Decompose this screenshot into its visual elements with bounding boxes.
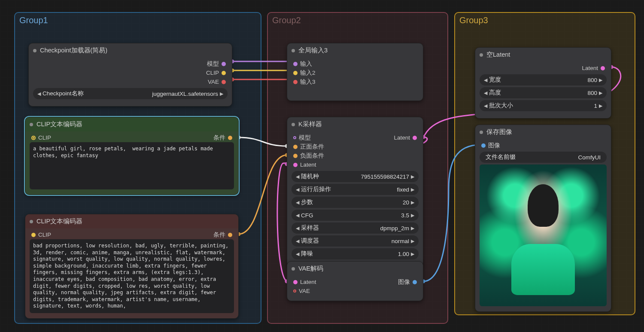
group-3-label: Group3 <box>455 15 635 28</box>
output-latent[interactable]: Latent <box>394 134 417 141</box>
negative-prompt-textarea[interactable]: bad proportions, low resolution, bad, ug… <box>30 239 234 313</box>
group-1-label: Group1 <box>15 15 261 28</box>
chevron-right-icon[interactable]: ▶ <box>220 91 223 97</box>
width-widget[interactable]: ◀宽度800▶ <box>480 74 607 85</box>
chevron-left-icon[interactable]: ◀ <box>37 91 41 97</box>
scheduler-widget[interactable]: ◀调度器normal▶ <box>292 235 419 247</box>
filename-prefix-widget[interactable]: 文件名前缀 ComfyUI <box>480 152 607 163</box>
seed-widget[interactable]: ◀随机种795155598824217▶ <box>292 171 419 182</box>
steps-widget[interactable]: ◀步数20▶ <box>292 197 419 208</box>
node-clip-text-encode-negative[interactable]: CLIP文本编码器 CLIP 条件 bad proportions, low r… <box>25 214 239 319</box>
node-global-input[interactable]: 全局输入3 输入 输入2 输入3 <box>287 43 423 101</box>
input-latent[interactable]: Latent <box>293 279 316 285</box>
output-image-preview[interactable] <box>480 164 607 306</box>
checkpoint-selector[interactable]: ◀ Checkpoint名称 juggernautXL.safetensors … <box>33 88 228 99</box>
input-latent[interactable]: Latent <box>293 161 316 168</box>
node-title: 保存图像 <box>475 125 611 139</box>
input-clip[interactable]: CLIP <box>31 134 51 141</box>
output-vae[interactable]: VAE <box>208 79 226 85</box>
node-clip-text-encode-positive[interactable]: CLIP文本编码器 CLIP 条件 a beautiful girl, rose… <box>25 117 239 195</box>
positive-prompt-textarea[interactable]: a beautiful girl, rose petals, wearing a… <box>30 142 234 189</box>
output-model[interactable]: 模型 <box>207 60 226 68</box>
input-clip[interactable]: CLIP <box>31 231 51 238</box>
node-title: CLIP文本编码器 <box>25 214 238 228</box>
input-negative[interactable]: 负面条件 <box>293 152 324 160</box>
input-positive[interactable]: 正面条件 <box>293 143 324 151</box>
sampler-widget[interactable]: ◀采样器dpmpp_2m▶ <box>292 222 419 234</box>
node-title: VAE解码 <box>287 262 423 276</box>
output-image[interactable]: 图像 <box>398 278 417 286</box>
input-model[interactable]: 模型 <box>293 134 311 142</box>
input-3[interactable]: 输入3 <box>293 78 316 86</box>
output-latent[interactable]: Latent <box>582 65 605 71</box>
input-2[interactable]: 输入2 <box>293 69 316 77</box>
node-title: CLIP文本编码器 <box>25 117 238 131</box>
node-save-image[interactable]: 保存图像 图像 文件名前缀 ComfyUI <box>475 125 611 312</box>
output-clip[interactable]: CLIP <box>206 70 226 76</box>
output-conditioning[interactable]: 条件 <box>213 231 232 239</box>
node-empty-latent[interactable]: 空Latent Latent ◀宽度800▶ ◀高度800▶ ◀批次大小1▶ <box>475 47 611 119</box>
after-generate-widget[interactable]: ◀运行后操作fixed▶ <box>292 184 419 195</box>
input-image[interactable]: 图像 <box>481 142 500 149</box>
output-conditioning[interactable]: 条件 <box>213 134 232 142</box>
node-title: 全局输入3 <box>287 43 423 58</box>
input-vae[interactable]: VAE <box>293 288 310 294</box>
node-title: 空Latent <box>475 48 611 62</box>
denoise-widget[interactable]: ◀降噪1.00▶ <box>292 248 419 259</box>
input-1[interactable]: 输入 <box>293 60 312 68</box>
node-title: Checkpoint加载器(简易) <box>29 43 232 58</box>
node-checkpoint-loader[interactable]: Checkpoint加载器(简易) 模型 CLIP VAE ◀ Checkpoi… <box>28 43 232 107</box>
node-title: K采样器 <box>287 117 423 131</box>
group-2-label: Group2 <box>268 15 447 28</box>
node-vae-decode[interactable]: VAE解码 Latent 图像 VAE <box>287 261 423 301</box>
height-widget[interactable]: ◀高度800▶ <box>480 87 607 98</box>
batch-widget[interactable]: ◀批次大小1▶ <box>480 100 607 111</box>
cfg-widget[interactable]: ◀CFG3.5▶ <box>292 210 419 221</box>
node-ksampler[interactable]: K采样器 模型 Latent 正面条件 负面条件 Latent ◀随机种7951… <box>287 117 423 267</box>
